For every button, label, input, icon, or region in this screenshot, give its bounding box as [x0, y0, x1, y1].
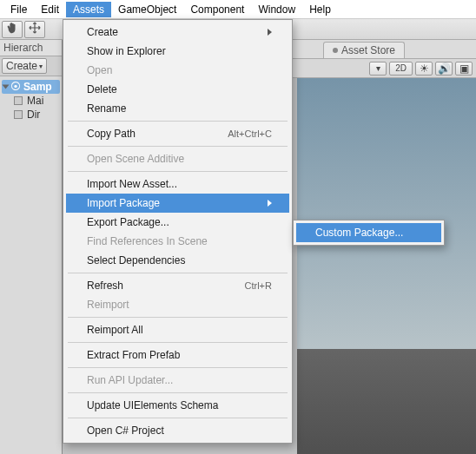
menu-help[interactable]: Help [302, 2, 338, 17]
separator [68, 418, 288, 418]
menu-open: Open [66, 61, 289, 80]
separator [68, 121, 288, 122]
shaded-dropdown[interactable]: ▾ [369, 62, 387, 76]
menu-rename[interactable]: Rename [66, 99, 289, 118]
menu-find-references: Find References In Scene [66, 232, 289, 251]
shortcut-label: Alt+Ctrl+C [228, 128, 272, 139]
menu-import-new-asset[interactable]: Import New Asset... [66, 174, 289, 194]
hierarchy-panel: Hierarch Create ▾ ⦿ Samp Mai Dir [0, 40, 63, 454]
separator [68, 317, 288, 318]
lighting-toggle[interactable]: ☀ [415, 62, 433, 76]
menu-open-scene-additive: Open Scene Additive [66, 149, 289, 168]
triangle-down-icon[interactable] [3, 85, 10, 89]
menu-reimport: Reimport [66, 295, 289, 314]
sun-icon: ☀ [420, 63, 429, 75]
effects-toggle[interactable]: ▣ [455, 62, 473, 76]
separator [68, 146, 288, 147]
menu-show-in-explorer[interactable]: Show in Explorer [66, 42, 289, 61]
chevron-right-icon [268, 29, 272, 36]
assets-dropdown: Create Show in Explorer Open Delete Rena… [63, 19, 293, 444]
hierarchy-title-label: Hierarch [3, 42, 43, 54]
menu-delete[interactable]: Delete [66, 80, 289, 99]
menubar: File Edit Assets GameObject Component Wi… [0, 0, 476, 19]
menu-custom-package[interactable]: Custom Package... [296, 223, 441, 242]
separator [68, 342, 288, 343]
menu-refresh[interactable]: Refresh Ctrl+R [66, 276, 289, 295]
menu-extract-from-prefab[interactable]: Extract From Prefab [66, 345, 289, 365]
2d-toggle[interactable]: 2D [389, 62, 413, 76]
scene-icon: ⦿ [10, 81, 21, 93]
menu-gameobject[interactable]: GameObject [111, 2, 183, 17]
menu-select-dependencies[interactable]: Select Dependencies [66, 251, 289, 270]
gameobject-icon [14, 110, 23, 119]
menu-export-package[interactable]: Export Package... [66, 213, 289, 232]
menu-assets[interactable]: Assets [66, 2, 111, 17]
hierarchy-create-row: Create ▾ [0, 56, 62, 76]
speaker-icon: 🔊 [438, 63, 451, 75]
menu-file[interactable]: File [3, 2, 34, 17]
menu-component[interactable]: Component [183, 2, 251, 17]
menu-window[interactable]: Window [251, 2, 302, 17]
menu-import-package[interactable]: Import Package [66, 194, 289, 213]
gameobject-icon [14, 96, 23, 105]
separator [68, 367, 288, 368]
scene-sky [297, 78, 476, 349]
asset-store-icon [333, 48, 338, 53]
menu-reimport-all[interactable]: Reimport All [66, 320, 289, 339]
image-icon: ▣ [459, 63, 469, 75]
scene-3d-view[interactable] [297, 78, 476, 454]
hierarchy-title: Hierarch [0, 40, 62, 56]
separator [68, 273, 288, 273]
menu-update-uielements[interactable]: Update UIElements Schema [66, 396, 289, 415]
hierarchy-child-item[interactable]: Mai [2, 94, 60, 108]
tab-asset-store[interactable]: Asset Store [323, 42, 405, 58]
separator [68, 171, 288, 172]
menu-run-api-updater: Run API Updater... [66, 371, 289, 390]
hierarchy-child-item[interactable]: Dir [2, 108, 60, 122]
hierarchy-tree: ⦿ Samp Mai Dir [0, 76, 62, 125]
chevron-right-icon [268, 200, 272, 207]
hierarchy-root-item[interactable]: ⦿ Samp [2, 80, 60, 94]
menu-create[interactable]: Create [66, 23, 289, 42]
hand-icon [6, 22, 18, 36]
separator [68, 392, 288, 393]
move-icon [29, 22, 41, 36]
chevron-down-icon: ▾ [39, 63, 43, 70]
audio-toggle[interactable]: 🔊 [435, 62, 453, 76]
hierarchy-create-button[interactable]: Create ▾ [2, 58, 47, 74]
hand-tool-button[interactable] [2, 21, 23, 38]
menu-copy-path[interactable]: Copy Path Alt+Ctrl+C [66, 124, 289, 143]
menu-edit[interactable]: Edit [34, 2, 66, 17]
import-package-submenu: Custom Package... [293, 220, 445, 246]
shortcut-label: Ctrl+R [245, 280, 272, 291]
menu-open-csharp[interactable]: Open C# Project [66, 421, 289, 440]
scene-ground [297, 349, 476, 454]
move-tool-button[interactable] [24, 21, 45, 38]
